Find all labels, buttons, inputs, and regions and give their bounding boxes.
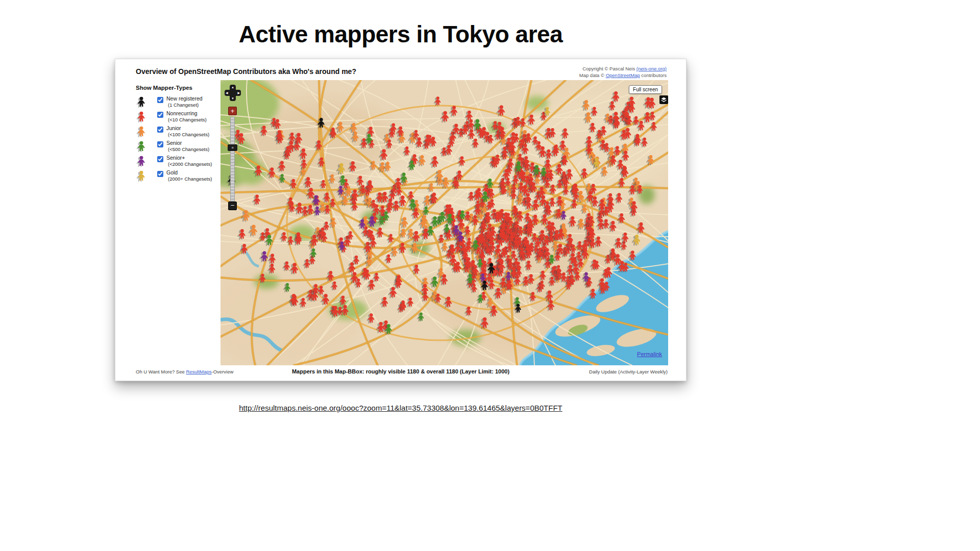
mapdata-line: Map data © OpenStreetMap contributors — [579, 72, 667, 79]
update-schedule-text: Daily Update (Activity-Layer Weekly) — [589, 369, 668, 374]
legend-checkbox-seniorplus[interactable] — [157, 156, 163, 162]
legend-sublabel: (2000+ Changesets) — [166, 176, 212, 182]
permalink-link[interactable]: Permalink — [637, 351, 662, 357]
legend-label: Nonrecurring — [166, 110, 207, 116]
pan-left-icon[interactable]: ◀ — [226, 91, 228, 94]
mapper-icon-seniorplus — [136, 155, 147, 167]
mapper-icon-senior — [136, 140, 147, 152]
copyright-line: Copyright © Pascal Neis (neis-one.org) — [579, 66, 667, 72]
pan-up-icon[interactable]: ▲ — [231, 86, 234, 89]
mapper-icon-gold — [136, 169, 147, 182]
copyright-text: Copyright © Pascal Neis — [582, 66, 636, 71]
legend-label: Senior — [166, 140, 209, 146]
legend-checkbox-new[interactable] — [157, 97, 163, 103]
legend-sublabel: (<10 Changesets) — [166, 117, 207, 122]
legend-label: Senior+ — [166, 155, 212, 161]
pan-down-icon[interactable]: ▼ — [231, 97, 234, 100]
mapper-icon-nonrecurring — [136, 110, 147, 122]
legend-sublabel: (<100 Changesets) — [166, 132, 209, 137]
legend-item-junior: Junior(<100 Changesets) — [136, 125, 219, 140]
legend-sublabel: (<500 Changesets) — [166, 146, 209, 152]
status-bar: Oh U Want More? See ResultMaps-Overview … — [115, 369, 686, 377]
legend-labels: Junior(<100 Changesets) — [166, 125, 209, 137]
legend-labels: New registered(1 Changeset) — [166, 95, 203, 108]
pan-control[interactable]: ▲ ▼ ◀ ▶ — [225, 85, 241, 101]
legend-sublabel: (1 Changeset) — [166, 102, 203, 108]
legend-item-nonrecurring: Nonrecurring(<10 Changesets) — [136, 110, 219, 125]
legend-labels: Senior+(<2000 Changesets) — [166, 155, 212, 167]
legend-checkbox-nonrecurring[interactable] — [157, 112, 163, 118]
fullscreen-button[interactable]: Full screen — [629, 85, 662, 94]
legend-item-senior: Senior(<500 Changesets) — [136, 140, 219, 155]
result-url-link[interactable]: http://resultmaps.neis-one.org/oooc?zoom… — [239, 404, 562, 412]
zoom-out-button[interactable]: − — [228, 202, 237, 210]
mapdata-text: Map data © — [579, 72, 606, 78]
slide-title: Active mappers in Tokyo area — [115, 20, 687, 48]
pan-right-icon[interactable]: ▶ — [237, 91, 240, 94]
legend-labels: Gold(2000+ Changesets) — [166, 169, 212, 182]
legend-checkbox-senior[interactable] — [157, 141, 163, 147]
slide: Active mappers in Tokyo area Overview of… — [0, 0, 980, 551]
zoom-slider[interactable] — [230, 117, 235, 202]
legend-label: New registered — [166, 95, 203, 102]
layer-switcher-button[interactable] — [659, 95, 668, 104]
legend-item-seniorplus: Senior+(<2000 Changesets) — [136, 155, 219, 169]
legend-panel: Show Mapper-Types New registered(1 Chang… — [136, 85, 219, 184]
map-canvas[interactable] — [220, 80, 668, 365]
legend-labels: Senior(<500 Changesets) — [166, 140, 209, 152]
mapper-icon-new — [136, 95, 147, 108]
legend-label: Junior — [166, 125, 209, 131]
source-url-line: http://resultmaps.neis-one.org/oooc?zoom… — [115, 404, 687, 412]
legend-checkbox-gold[interactable] — [157, 171, 163, 177]
copyright-block: Copyright © Pascal Neis (neis-one.org) M… — [579, 66, 667, 79]
legend-labels: Nonrecurring(<10 Changesets) — [166, 110, 207, 122]
browser-screenshot-card: Overview of OpenStreetMap Contributors a… — [115, 59, 687, 381]
legend-item-gold: Gold(2000+ Changesets) — [136, 169, 219, 184]
mapdata-suffix: contributors — [640, 72, 667, 78]
app-title: Overview of OpenStreetMap Contributors a… — [136, 67, 356, 76]
legend-checkbox-junior[interactable] — [157, 127, 163, 133]
legend-title: Show Mapper-Types — [136, 85, 219, 91]
zoom-in-button[interactable]: + — [228, 107, 237, 115]
layers-icon — [660, 96, 667, 103]
map[interactable]: ▲ ▼ ◀ ▶ + ≡ − Full screen Permalink — [220, 80, 668, 365]
legend-item-new: New registered(1 Changeset) — [136, 95, 219, 110]
mapper-icon-junior — [136, 125, 147, 137]
zoom-slider-handle[interactable]: ≡ — [228, 144, 237, 151]
legend-items: New registered(1 Changeset)Nonrecurring(… — [136, 95, 219, 184]
legend-sublabel: (<2000 Changesets) — [166, 161, 212, 167]
openstreetmap-link[interactable]: OpenStreetMap — [606, 72, 640, 78]
neis-one-link[interactable]: (neis-one.org) — [636, 66, 667, 71]
legend-label: Gold — [166, 169, 212, 176]
